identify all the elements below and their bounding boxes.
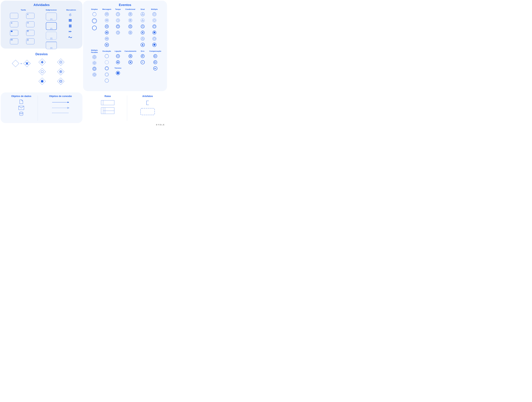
svg-point-159 bbox=[19, 112, 23, 113]
annotation-icon bbox=[146, 101, 149, 105]
ev-timer-bound-ni bbox=[116, 31, 120, 35]
ev-mul-start bbox=[152, 12, 157, 16]
svg-point-146 bbox=[117, 72, 119, 74]
svg-point-76 bbox=[128, 12, 132, 16]
plus-icon bbox=[51, 19, 52, 20]
svg-marker-101 bbox=[142, 19, 144, 21]
svg-rect-82 bbox=[129, 19, 131, 21]
subprocess-event bbox=[46, 32, 57, 39]
ev-msg-start-ni bbox=[105, 18, 109, 22]
evcol-ligacao: Ligação bbox=[115, 49, 121, 52]
task-receive bbox=[10, 38, 18, 44]
task-user bbox=[26, 13, 34, 19]
double-circle-pentagon-icon bbox=[59, 80, 62, 83]
gateway-parallel-event bbox=[57, 68, 64, 75]
user-icon bbox=[27, 13, 29, 15]
svg-point-139 bbox=[105, 73, 108, 76]
ev-msg-start bbox=[105, 12, 109, 16]
svg-point-1 bbox=[12, 23, 12, 23]
ev-terminate bbox=[116, 71, 120, 75]
svg-point-28 bbox=[41, 70, 43, 73]
script-icon bbox=[27, 39, 28, 41]
ev-comp-end bbox=[153, 66, 158, 70]
svg-marker-119 bbox=[153, 26, 155, 27]
svg-point-123 bbox=[152, 37, 156, 41]
subprocess-transaction bbox=[46, 41, 57, 49]
ev-msg-throw bbox=[105, 31, 109, 35]
ev-timer-start-ni bbox=[116, 18, 120, 22]
evcol-mensagem: Mensagem bbox=[102, 8, 111, 10]
svg-rect-22 bbox=[70, 25, 71, 27]
ev-timer-start bbox=[116, 12, 120, 16]
svg-line-6 bbox=[11, 22, 11, 23]
event-intermediate-none bbox=[92, 18, 96, 24]
title-desvios: Desvios bbox=[1, 52, 82, 56]
svg-point-135 bbox=[105, 60, 109, 64]
title-artefatos: Artefatos bbox=[131, 95, 164, 98]
svg-rect-31 bbox=[60, 71, 62, 72]
svg-point-129 bbox=[93, 61, 96, 65]
svg-line-70 bbox=[118, 26, 119, 27]
evcol-termino: Término bbox=[114, 67, 121, 69]
pool-lanes-icon bbox=[101, 108, 114, 114]
ev-sig-throw bbox=[140, 31, 145, 35]
svg-point-100 bbox=[141, 19, 145, 22]
group-icon bbox=[140, 108, 155, 115]
svg-line-9 bbox=[11, 23, 11, 24]
ev-timer-catch bbox=[116, 24, 120, 29]
svg-point-136 bbox=[105, 66, 109, 70]
ev-mul-start-ni bbox=[152, 18, 157, 22]
evcol-erro: Erro bbox=[141, 49, 144, 52]
evcol-simples: Simples bbox=[91, 8, 98, 10]
ev-sig-catch bbox=[140, 24, 145, 29]
ev-mp-bound-ni bbox=[92, 72, 96, 77]
gateway-exclusive bbox=[23, 60, 31, 67]
svg-marker-114 bbox=[153, 13, 155, 15]
svg-line-61 bbox=[118, 14, 119, 14]
label-ou: ou bbox=[20, 63, 22, 64]
subprocess-bold bbox=[46, 22, 57, 30]
svg-rect-20 bbox=[69, 21, 72, 22]
subprocess bbox=[46, 13, 57, 20]
ev-mul-end bbox=[152, 43, 157, 47]
gateway-none bbox=[12, 60, 19, 67]
ev-msg-end bbox=[105, 43, 109, 47]
datastore-icon bbox=[19, 112, 23, 116]
circled-pentagon-icon bbox=[59, 61, 62, 64]
ev-esc-start-ni bbox=[105, 60, 109, 64]
svg-marker-116 bbox=[153, 19, 155, 21]
svg-marker-161 bbox=[68, 102, 69, 103]
svg-marker-112 bbox=[142, 44, 144, 45]
task-send bbox=[10, 30, 18, 36]
ev-msg-bound-ni bbox=[105, 37, 109, 41]
ev-esc-start bbox=[105, 54, 109, 58]
svg-marker-110 bbox=[142, 38, 144, 39]
ev-mul-throw bbox=[152, 31, 157, 35]
svg-rect-30 bbox=[61, 71, 61, 73]
plus-icon bbox=[51, 28, 52, 30]
task-manual bbox=[26, 21, 34, 27]
svg-rect-23 bbox=[71, 25, 71, 27]
svg-point-81 bbox=[128, 19, 132, 22]
evcol-tempo: Tempo bbox=[115, 8, 121, 10]
gateway-parallel bbox=[38, 58, 46, 66]
ev-mp-catch bbox=[92, 67, 96, 71]
gear-icon bbox=[11, 22, 13, 24]
marker-sequential-icon bbox=[69, 25, 71, 27]
svg-rect-25 bbox=[41, 62, 44, 63]
evcol-sinal: Sinal bbox=[140, 8, 145, 10]
title-atividades: Atividades bbox=[1, 3, 82, 7]
ev-mp-start bbox=[92, 55, 96, 59]
pool-icon bbox=[101, 100, 114, 105]
circle-icon bbox=[41, 70, 44, 73]
task-script bbox=[26, 38, 34, 44]
ev-cancel-catch bbox=[128, 54, 133, 58]
svg-point-0 bbox=[27, 14, 28, 14]
ev-cond-start-ni bbox=[128, 18, 133, 22]
col-subprocesso: Subprocesso bbox=[44, 9, 58, 11]
svg-rect-21 bbox=[69, 25, 70, 27]
ev-sig-start-ni bbox=[140, 18, 145, 22]
circled-plus-icon bbox=[59, 70, 62, 73]
evcol-escalacao: Escalação bbox=[102, 49, 111, 52]
sequence-flow-icon bbox=[52, 101, 69, 103]
